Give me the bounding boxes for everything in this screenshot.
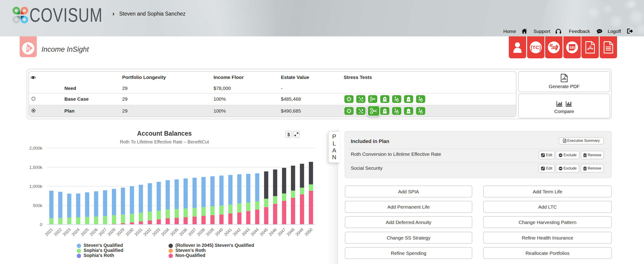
svg-text:[TC]: [TC] <box>531 45 541 50</box>
svg-text:SST: SST <box>552 46 557 49</box>
svg-text:SR: SR <box>569 46 575 50</box>
